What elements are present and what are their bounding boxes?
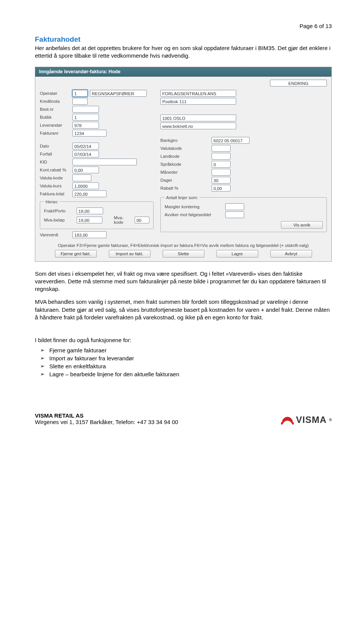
vareverdi-label: Vareverdi xyxy=(40,233,72,237)
operator-name-field[interactable]: REGNSKAPSFØRER xyxy=(90,90,147,97)
r-valutakode-label: Valutakode xyxy=(160,146,212,151)
avbryt-button[interactable]: Avbryt xyxy=(270,250,312,258)
fakturanr-label: Fakturanr xyxy=(40,131,72,135)
footer-text: VISMA RETAIL AS Wirgenes vei 1, 3157 Bar… xyxy=(35,412,178,425)
forfall-input[interactable]: 07/03/14 xyxy=(72,151,99,157)
visma-logo-icon xyxy=(281,415,294,425)
landkode-label: Landkode xyxy=(160,154,212,159)
footer-company: VISMA RETAIL AS xyxy=(35,412,178,419)
list-item: Fjerne gamle fakturaer xyxy=(43,346,332,354)
list-item: Import av fakturaer fra leverandør xyxy=(43,354,332,362)
functions-list: Fjerne gamle fakturaer Import av faktura… xyxy=(35,346,332,378)
butikk-input[interactable]: 1 xyxy=(72,114,99,121)
bankgiro-label: Bankgiro xyxy=(160,138,212,143)
list-item: Lagre – bearbeide linjene for den aktuel… xyxy=(43,370,332,378)
sprakkode-input[interactable]: 0 xyxy=(212,161,231,168)
herav-fieldset: Herav: Frakt/Porto18,00 Mva-beløp 19,00 … xyxy=(40,200,154,229)
paragraph-3: MVA behandles som vanlig i systemet, men… xyxy=(35,298,332,321)
mangler-kontering-label: Mangler kontering xyxy=(165,204,225,209)
section-heading: Fakturahodet xyxy=(35,35,332,44)
company-field[interactable]: FORLAGSENTRALEN ANS xyxy=(160,90,236,97)
fakturatotal-label: Faktura-total xyxy=(40,192,72,196)
mangler-kontering-input[interactable] xyxy=(225,203,244,210)
mvabelop-label: Mva-beløp xyxy=(44,218,77,222)
kreditnota-input[interactable] xyxy=(72,98,88,105)
app-window: Inngående leverandør-faktura: Hode ENDRI… xyxy=(35,67,332,262)
kontrabatt-label: Kont.rabatt % xyxy=(40,168,72,172)
page-number: Page 6 of 13 xyxy=(35,23,332,29)
kontrabatt-input[interactable]: 0,00 xyxy=(72,167,99,173)
window-titlebar: Inngående leverandør-faktura: Hode xyxy=(35,67,331,77)
forfall-label: Forfall xyxy=(40,152,72,156)
butikk-label: Butikk xyxy=(40,115,72,119)
r-valutakode-input[interactable] xyxy=(212,145,231,152)
intro-paragraph: Her anbefales det at det opprettes bruke… xyxy=(35,44,332,60)
import-av-fakt-button[interactable]: Import av fakt. xyxy=(109,250,151,258)
visma-logo: VISMA® xyxy=(281,415,332,425)
valutakurs-input[interactable]: 1,0000 xyxy=(72,182,99,189)
leverandor-label: Leverandør xyxy=(40,123,72,127)
dager-label: Dager xyxy=(160,178,212,182)
landkode-input[interactable] xyxy=(212,153,231,160)
paragraph-2: Som det vises i eksempelet her, vil frak… xyxy=(35,270,332,293)
footer-address: Wirgenes vei 1, 3157 Barkåker, Telefon: … xyxy=(35,419,178,425)
functions-intro: I bildet finner du også funksjonene for: xyxy=(35,336,332,344)
dager-input[interactable]: 30 xyxy=(212,177,231,184)
valutakode-label: Valuta-kode xyxy=(40,176,72,180)
vis-avvik-button[interactable]: Vis avvik xyxy=(281,221,323,229)
addr1-field[interactable]: Postbok 111 xyxy=(160,98,236,105)
list-item: Slette en enkeltfaktura xyxy=(43,362,332,370)
operator-input[interactable]: 1 xyxy=(72,90,88,97)
addr2-field[interactable]: 1001 OSLO xyxy=(160,115,236,121)
kreditnota-label: Kreditnota xyxy=(40,99,72,104)
dato-label: Dato xyxy=(40,144,72,148)
bestnr-label: Best.nr xyxy=(40,107,72,112)
lagre-button[interactable]: Lagre xyxy=(217,250,258,258)
rabatt-input[interactable]: 0,00 xyxy=(212,185,231,192)
registered-mark: ® xyxy=(329,418,332,422)
url-field[interactable]: www.boknett.no xyxy=(160,123,236,129)
kid-label: KID xyxy=(40,160,72,164)
leverandor-input[interactable]: 978 xyxy=(72,122,99,129)
fraktporto-label: Frakt/Porto xyxy=(44,209,77,213)
fjerne-gml-fakt-button[interactable]: Fjerne gml fakt. xyxy=(55,250,97,258)
visma-logo-text: VISMA xyxy=(296,415,327,425)
avviker-label: Avviker mot følgeseddel xyxy=(165,212,225,217)
valutakurs-label: Valuta-kurs xyxy=(40,184,72,188)
slette-button[interactable]: Slette xyxy=(163,250,204,258)
fakturatotal-input[interactable]: 220,00 xyxy=(72,190,107,197)
keyboard-hint: Operatør F3=Fjerne gamle fakturaer, F4=E… xyxy=(40,243,327,248)
bankgiro-input[interactable]: 6022 05 05017 xyxy=(212,137,249,144)
fakturanr-input[interactable]: 1234 xyxy=(72,130,107,137)
kid-input[interactable] xyxy=(72,159,137,165)
antall-linjer-fieldset: Antall linjer som: Mangler kontering Avv… xyxy=(160,195,327,232)
fraktporto-input[interactable]: 18,00 xyxy=(77,207,103,214)
sprakkode-label: Språkkode xyxy=(160,162,212,167)
maneder-label: Måneder xyxy=(160,170,212,174)
mvakode-input[interactable]: 00 xyxy=(135,217,149,223)
mvabelop-input[interactable]: 19,00 xyxy=(77,217,102,223)
operator-label: Operatør xyxy=(40,91,72,96)
avviker-input[interactable] xyxy=(225,211,244,218)
bestnr-input[interactable] xyxy=(72,106,99,113)
vareverdi-input[interactable]: 183,00 xyxy=(72,231,107,238)
mvakode-label: Mva-kode xyxy=(114,215,132,225)
dato-input[interactable]: 05/02/14 xyxy=(72,143,99,149)
valutakode-input[interactable] xyxy=(72,174,91,181)
mode-field[interactable]: ENDRING xyxy=(270,80,327,86)
antall-linjer-legend: Antall linjer som: xyxy=(165,195,199,200)
herav-legend: Herav: xyxy=(44,200,60,204)
maneder-input[interactable] xyxy=(212,169,231,176)
rabatt-label: Rabatt % xyxy=(160,186,212,190)
